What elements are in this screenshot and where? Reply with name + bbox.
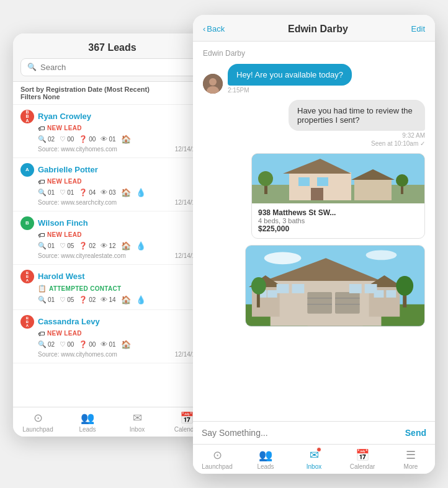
- attempted-icon: 📋: [38, 285, 47, 293]
- new-lead-icon: 🏷: [38, 125, 45, 132]
- stat-item: ♡ 00: [60, 340, 74, 348]
- stat-item: ❓ 02: [79, 296, 96, 304]
- list-item[interactable]: B Wilson Finch 🏷 NEW LEAD 🔍 01 ♡ 05 ❓ 02…: [13, 211, 212, 265]
- svg-point-15: [396, 174, 408, 187]
- new-lead-icon: 🏷: [38, 330, 45, 337]
- chat-title: Edwin Darby: [288, 24, 348, 35]
- message-time: 2:15PM: [228, 87, 352, 94]
- stat-item: 👁 01: [101, 135, 115, 143]
- lead-status: ATTEMPTED CONTACT: [49, 285, 121, 292]
- home-icon: 🏠: [121, 135, 131, 144]
- stat-item: ♡ 00: [60, 135, 74, 143]
- home-icon: 🏠: [121, 295, 131, 304]
- list-item[interactable]: BBA Ryan Crowley 🏷 NEW LEAD 🔍 02 ♡ 00 ❓ …: [13, 105, 212, 158]
- stat-item: ♡ 05: [60, 296, 74, 304]
- search-stat-icon: 🔍: [38, 296, 47, 304]
- lead-name: Ryan Crowley: [38, 112, 91, 121]
- avatar: BBA: [20, 315, 34, 329]
- list-item[interactable]: A Gabrielle Potter 🏷 NEW LEAD 🔍 01 ♡ 01 …: [13, 158, 212, 211]
- lead-status: NEW LEAD: [47, 125, 82, 131]
- message-row: Have you had time to review the properti…: [203, 100, 425, 147]
- property-address: 938 Matthews St SW...: [258, 208, 418, 217]
- search-input[interactable]: [40, 63, 197, 72]
- stat-item: 👁 12: [101, 242, 115, 249]
- nav-inbox[interactable]: ✉ Inbox: [290, 448, 338, 470]
- property-image: [252, 154, 424, 203]
- question-icon: ❓: [79, 242, 87, 250]
- leads-list-phone: 367 Leads 🔍 Sort by Registration Date (M…: [13, 33, 212, 437]
- property-details: 4 beds, 3 baths: [258, 217, 418, 224]
- edit-button[interactable]: Edit: [411, 24, 425, 33]
- nav-launchpad[interactable]: ⊙ Launchpad: [13, 411, 63, 433]
- launchpad-icon: ⊙: [213, 448, 222, 462]
- calendar-icon: 📅: [180, 411, 194, 425]
- question-icon: ❓: [79, 340, 87, 348]
- list-item[interactable]: BBA Cassandra Levy 🏷 NEW LEAD 🔍 02 ♡ 00 …: [13, 310, 212, 363]
- search-container[interactable]: 🔍: [20, 58, 204, 76]
- svg-point-13: [258, 171, 273, 186]
- lead-source: Source: www.cityhomes.com: [38, 146, 117, 153]
- new-lead-icon: 🏷: [38, 178, 45, 185]
- avatar: BBA: [20, 270, 34, 283]
- home-icon: 🏠: [121, 340, 131, 349]
- leads-list: BBA Ryan Crowley 🏷 NEW LEAD 🔍 02 ♡ 00 ❓ …: [13, 105, 212, 363]
- property-card[interactable]: 938 Matthews St SW... 4 beds, 3 baths $2…: [251, 153, 425, 239]
- lead-stats: 🔍 01 ♡ 05 ❓ 02 👁 14 🏠 💧: [38, 295, 204, 304]
- home-icon: 🏠: [121, 188, 131, 197]
- property-image-large: [246, 246, 424, 326]
- svg-rect-34: [267, 290, 277, 297]
- search-stat-icon: 🔍: [38, 340, 47, 348]
- avatar: [203, 74, 223, 94]
- eye-icon: 👁: [101, 340, 107, 348]
- sort-value: Registration Date (Most Recent): [46, 86, 150, 93]
- svg-point-42: [396, 276, 413, 296]
- lead-status: NEW LEAD: [47, 330, 82, 337]
- nav-calendar[interactable]: 📅 Calendar: [338, 448, 387, 470]
- nav-inbox[interactable]: ✉ Inbox: [112, 411, 162, 433]
- leads-icon: 👥: [81, 411, 94, 425]
- question-icon: ❓: [79, 296, 87, 304]
- chat-input-bar: Send: [193, 421, 435, 444]
- lead-source: Source: www.cityhomes.com: [38, 351, 117, 358]
- nav-leads[interactable]: 👥 Leads: [63, 411, 112, 433]
- property-card-container-2: [203, 245, 425, 327]
- stat-item: ❓ 00: [79, 340, 96, 348]
- lead-source-row: Source: www.cityhomes.com 12/14/15 1: [38, 146, 204, 153]
- heart-icon: ♡: [60, 242, 66, 250]
- svg-point-17: [264, 252, 302, 264]
- back-button[interactable]: ‹ Back: [203, 24, 225, 33]
- chat-input[interactable]: [202, 428, 399, 438]
- svg-rect-37: [349, 284, 362, 293]
- eye-icon: 👁: [101, 242, 107, 249]
- nav-launchpad[interactable]: ⊙ Launchpad: [193, 448, 241, 470]
- stat-item: ♡ 05: [60, 242, 74, 250]
- lead-name: Gabrielle Potter: [38, 165, 98, 174]
- stat-item: 🔍 01: [38, 296, 55, 304]
- svg-rect-7: [354, 179, 392, 200]
- nav-more[interactable]: ☰ More: [387, 448, 435, 470]
- send-button[interactable]: Send: [405, 428, 426, 438]
- lead-name: Wilson Finch: [38, 218, 88, 228]
- lead-stats: 🔍 02 ♡ 00 ❓ 00 👁 01 🏠: [38, 135, 204, 144]
- stat-item: 🔍 01: [38, 242, 55, 250]
- nav-label: Calendar: [350, 463, 375, 470]
- lead-name: Harold West: [38, 272, 85, 281]
- svg-rect-10: [317, 177, 328, 186]
- back-chevron-icon: ‹: [203, 24, 205, 33]
- list-item[interactable]: BBA Harold West 📋 ATTEMPTED CONTACT 🔍 01…: [13, 265, 212, 310]
- inbox-icon: ✉: [133, 411, 142, 425]
- nav-leads[interactable]: 👥 Leads: [241, 448, 290, 470]
- lead-status: NEW LEAD: [47, 231, 82, 238]
- property-price: $225,000: [258, 224, 418, 233]
- property-card[interactable]: [245, 245, 425, 327]
- eye-icon: 👁: [101, 135, 107, 143]
- leads-icon: 👥: [259, 448, 272, 462]
- right-bottom-nav: ⊙ Launchpad 👥 Leads ✉ Inbox 📅 Calendar ☰: [193, 444, 435, 474]
- water-icon: 💧: [136, 188, 146, 197]
- message-row: Hey! Are you available today? 2:15PM: [203, 64, 425, 94]
- filters-label: Filters: [20, 93, 41, 100]
- nav-label: Inbox: [307, 463, 321, 470]
- inbox-badge: ✉: [310, 448, 319, 462]
- question-icon: ❓: [79, 189, 87, 197]
- lead-stats: 🔍 02 ♡ 00 ❓ 00 👁 01 🏠: [38, 340, 204, 349]
